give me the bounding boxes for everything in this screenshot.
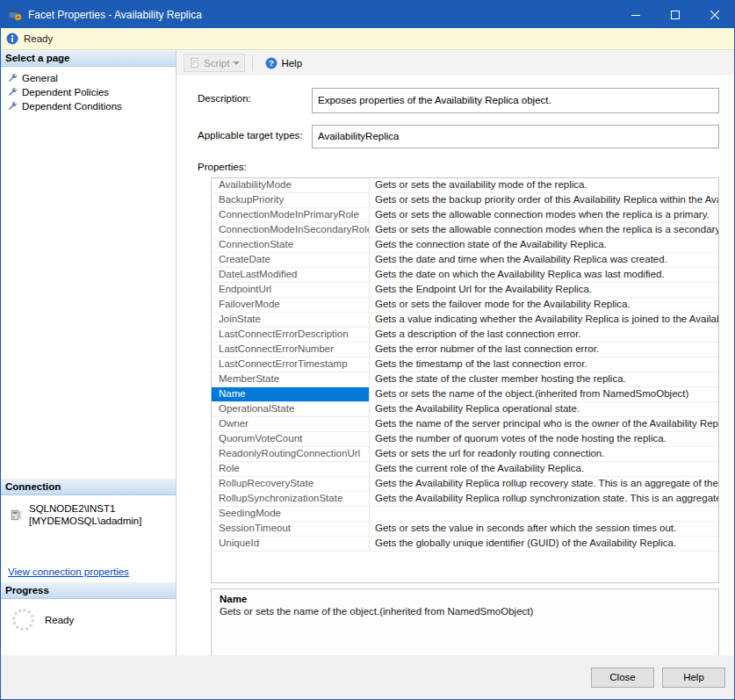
property-description: Gets the date and time when the Availabi…: [370, 253, 718, 267]
property-row[interactable]: ConnectionModeInPrimaryRoleGets or sets …: [212, 208, 718, 223]
property-name[interactable]: Name: [212, 387, 370, 401]
property-name[interactable]: CreateDate: [212, 253, 370, 267]
property-name[interactable]: QuorumVoteCount: [212, 432, 370, 446]
property-row[interactable]: EndpointUrlGets the Endpoint Url for the…: [212, 283, 718, 298]
property-name[interactable]: EndpointUrl: [212, 283, 370, 297]
property-row[interactable]: LastConnectErrorDescriptionGets a descri…: [212, 328, 718, 343]
property-row[interactable]: LastConnectErrorTimestampGets the timest…: [212, 357, 718, 372]
property-row[interactable]: CreateDateGets the date and time when th…: [212, 253, 718, 268]
property-row[interactable]: ConnectionModeInSecondaryRoleGets or set…: [212, 223, 718, 238]
property-description: Gets or sets the availability mode of th…: [370, 178, 718, 192]
view-connection-properties-link[interactable]: View connection properties: [8, 566, 129, 577]
property-name[interactable]: MemberState: [212, 372, 370, 386]
property-description: Gets or sets the value in seconds after …: [370, 522, 718, 536]
properties-grid-body: AvailabilityModeGets or sets the availab…: [212, 178, 718, 552]
property-row[interactable]: RollupRecoveryStateGets the Availability…: [212, 477, 718, 492]
property-name[interactable]: Owner: [212, 417, 370, 431]
property-row[interactable]: FailoverModeGets or sets the failover mo…: [212, 298, 718, 313]
property-name[interactable]: LastConnectErrorTimestamp: [212, 357, 370, 372]
property-name[interactable]: RollupSynchronizationState: [212, 492, 370, 506]
property-description: Gets the connection state of the Availab…: [370, 238, 718, 252]
property-row[interactable]: JoinStateGets a value indicating whether…: [212, 313, 718, 328]
property-description: Gets or sets the name of the object.(inh…: [370, 387, 718, 401]
footer: Close Help: [1, 655, 734, 699]
property-description: Gets or sets the url for readonly routin…: [370, 447, 718, 461]
property-name[interactable]: ConnectionModeInPrimaryRole: [212, 208, 370, 222]
property-name[interactable]: ConnectionModeInSecondaryRole: [212, 223, 370, 237]
progress-header: Progress: [1, 582, 176, 599]
sidebar-item-general[interactable]: General: [1, 71, 176, 85]
property-description: Gets the name of the server principal wh…: [370, 417, 718, 431]
script-button-label: Script: [204, 58, 229, 69]
connection-account: [MYDEMOSQL\adadmin]: [29, 515, 141, 527]
close-window-button[interactable]: [695, 1, 734, 28]
progress-section: Progress Ready: [1, 582, 176, 631]
script-button: Script: [184, 54, 245, 72]
property-description: Gets or sets the allowable connection mo…: [370, 208, 718, 222]
connection-info: SQLNODE2\INST1 [MYDEMOSQL\adadmin]: [1, 495, 176, 527]
facet-content: Description: Exposes properties of the A…: [177, 76, 734, 655]
help-toolbar-button[interactable]: ? Help: [260, 54, 307, 73]
status-text: Ready: [24, 33, 53, 44]
property-description: Gets or sets the failover mode for the A…: [370, 298, 718, 312]
property-row[interactable]: OwnerGets the name of the server princip…: [212, 417, 718, 432]
wrench-icon: [7, 73, 18, 83]
property-name[interactable]: SeedingMode: [212, 507, 370, 521]
property-name[interactable]: BackupPriority: [212, 193, 370, 207]
property-description: Gets the Endpoint Url for the Availabili…: [370, 283, 718, 297]
property-name[interactable]: Role: [212, 462, 370, 476]
property-name[interactable]: LastConnectErrorNumber: [212, 343, 370, 357]
property-row[interactable]: LastConnectErrorNumberGets the error nub…: [212, 343, 718, 357]
property-description: Gets the date on which the Availability …: [370, 268, 718, 282]
property-description: Gets the number of quorum votes of the n…: [370, 432, 718, 446]
sidebar-item-dependent-policies[interactable]: Dependent Policies: [1, 85, 176, 99]
description-field[interactable]: Exposes properties of the Availability R…: [312, 88, 719, 113]
property-name[interactable]: DateLastModified: [212, 268, 370, 282]
property-row[interactable]: BackupPriorityGets or sets the backup pr…: [212, 193, 718, 208]
minimize-button[interactable]: [616, 1, 655, 28]
title-bar: Facet Properties - Availability Replica: [1, 1, 734, 28]
property-name[interactable]: AvailabilityMode: [212, 178, 370, 192]
property-row[interactable]: ReadonlyRoutingConnectionUrlGets or sets…: [212, 447, 718, 462]
facet-properties-window: Facet Properties - Availability Replica …: [0, 0, 735, 700]
property-row[interactable]: DateLastModifiedGets the date on which t…: [212, 268, 718, 283]
help-button[interactable]: Help: [662, 668, 725, 688]
property-row[interactable]: MemberStateGets the state of the cluster…: [212, 372, 718, 387]
property-row[interactable]: NameGets or sets the name of the object.…: [212, 387, 718, 402]
properties-grid[interactable]: AvailabilityModeGets or sets the availab…: [211, 177, 719, 583]
property-name[interactable]: LastConnectErrorDescription: [212, 328, 370, 342]
property-row[interactable]: AvailabilityModeGets or sets the availab…: [212, 178, 718, 193]
property-name[interactable]: JoinState: [212, 313, 370, 327]
property-row[interactable]: ConnectionStateGets the connection state…: [212, 238, 718, 253]
script-icon: [189, 57, 200, 69]
sidebar: Select a page General Dependent Policies: [1, 50, 177, 655]
property-name[interactable]: OperationalState: [212, 402, 370, 416]
property-row[interactable]: SessionTimeoutGets or sets the value in …: [212, 522, 718, 537]
property-row[interactable]: UniqueIdGets the globally unique identif…: [212, 537, 718, 552]
property-description: Gets the error nubmer of the last connec…: [370, 343, 718, 357]
select-a-page-header: Select a page: [1, 50, 176, 67]
property-name[interactable]: RollupRecoveryState: [212, 477, 370, 491]
property-row[interactable]: RoleGets the current role of the Availab…: [212, 462, 718, 477]
progress-status: Ready: [1, 599, 176, 631]
property-name[interactable]: ReadonlyRoutingConnectionUrl: [212, 447, 370, 461]
dialog-body: Select a page General Dependent Policies: [1, 50, 734, 655]
property-name[interactable]: SessionTimeout: [212, 522, 370, 536]
property-row[interactable]: RollupSynchronizationStateGets the Avail…: [212, 492, 718, 507]
property-name[interactable]: FailoverMode: [212, 298, 370, 312]
property-description: Gets the Availability Replica operationa…: [370, 402, 718, 416]
info-icon: [6, 32, 18, 45]
property-detail-panel: Name Gets or sets the name of the object…: [211, 588, 719, 655]
property-row[interactable]: OperationalStateGets the Availability Re…: [212, 402, 718, 417]
property-row[interactable]: SeedingMode: [212, 507, 718, 522]
property-row[interactable]: QuorumVoteCountGets the number of quorum…: [212, 432, 718, 447]
help-toolbar-label: Help: [281, 58, 302, 69]
sidebar-item-label: Dependent Policies: [22, 87, 109, 97]
property-name[interactable]: UniqueId: [212, 537, 370, 551]
sidebar-item-dependent-conditions[interactable]: Dependent Conditions: [1, 99, 176, 113]
status-strip: Ready: [1, 28, 734, 50]
close-button[interactable]: Close: [591, 668, 654, 688]
property-name[interactable]: ConnectionState: [212, 238, 370, 252]
maximize-button[interactable]: [655, 1, 695, 28]
target-types-field[interactable]: AvailabilityReplica: [312, 125, 719, 148]
